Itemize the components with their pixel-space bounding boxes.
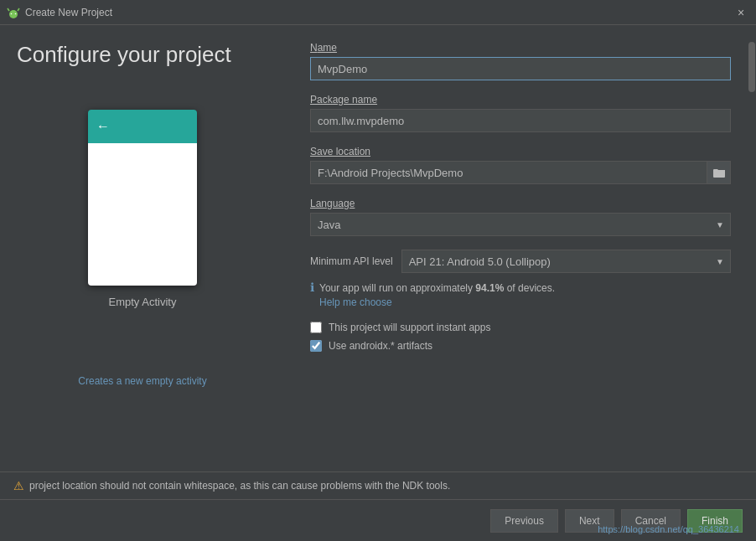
language-select-wrapper: Java Kotlin: [310, 213, 731, 236]
androidx-row: Use androidx.* artifacts: [310, 340, 731, 352]
warning-icon: ⚠: [13, 479, 24, 492]
name-label: Name: [310, 42, 731, 54]
svg-line-1: [8, 8, 9, 11]
save-location-label: Save location: [310, 146, 731, 157]
activity-label: Empty Activity: [109, 296, 177, 308]
info-text-after: of devices.: [504, 282, 555, 294]
watermark: https://blog.csdn.net/qq_36436214: [598, 524, 739, 534]
warning-bar: ⚠ project location should not contain wh…: [0, 471, 756, 499]
close-button[interactable]: ×: [733, 4, 749, 21]
package-label: Package name: [310, 94, 731, 106]
min-api-select[interactable]: API 21: Android 5.0 (Lollipop) API 16: A…: [401, 250, 731, 273]
package-group: Package name: [310, 94, 731, 132]
package-input[interactable]: [310, 109, 731, 132]
language-select[interactable]: Java Kotlin: [310, 213, 731, 236]
scrollbar-track[interactable]: [748, 25, 756, 541]
warning-text: project location should not contain whit…: [29, 480, 450, 492]
phone-header: ←: [88, 110, 197, 143]
scrollbar-thumb[interactable]: [748, 42, 755, 92]
api-info-text: Your app will run on approximately 94.1%…: [319, 280, 555, 308]
api-select-wrapper: API 21: Android 5.0 (Lollipop) API 16: A…: [401, 250, 731, 273]
previous-button[interactable]: Previous: [490, 509, 558, 533]
info-percentage: 94.1%: [475, 282, 504, 294]
info-text-before: Your app will run on approximately: [319, 282, 475, 294]
phone-preview: ←: [88, 110, 197, 286]
page-title: Configure your project: [17, 42, 231, 68]
save-location-input[interactable]: [310, 161, 707, 184]
title-bar: Create New Project ×: [0, 0, 756, 25]
help-me-choose-link[interactable]: Help me choose: [319, 296, 555, 308]
left-panel: Configure your project ← Empty Activity …: [0, 25, 285, 541]
svg-rect-5: [713, 170, 725, 178]
min-api-label: Minimum API level: [310, 255, 393, 267]
info-icon: ℹ: [310, 281, 314, 294]
svg-point-0: [9, 10, 18, 18]
language-group: Language Java Kotlin: [310, 198, 731, 236]
instant-app-checkbox[interactable]: [310, 322, 322, 333]
svg-point-3: [11, 13, 13, 14]
phone-body: [88, 143, 197, 286]
folder-browse-button[interactable]: [707, 161, 731, 184]
api-info-row: ℹ Your app will run on approximately 94.…: [310, 280, 731, 308]
button-bar: Previous Next Cancel Finish https://blog…: [0, 499, 756, 541]
description-label: Creates a new empty activity: [78, 375, 206, 387]
instant-app-label[interactable]: This project will support instant apps: [329, 322, 490, 333]
use-androidx-label[interactable]: Use androidx.* artifacts: [329, 340, 432, 352]
language-label: Language: [310, 198, 731, 209]
api-row: Minimum API level API 21: Android 5.0 (L…: [310, 250, 731, 273]
instant-app-row: This project will support instant apps: [310, 322, 731, 333]
name-input[interactable]: [310, 57, 731, 80]
name-group: Name: [310, 42, 731, 80]
app-icon: [7, 6, 20, 19]
save-location-group: Save location: [310, 146, 731, 184]
api-level-group: Minimum API level API 21: Android 5.0 (L…: [310, 250, 731, 308]
svg-line-2: [18, 8, 19, 11]
save-location-input-wrapper: [310, 161, 731, 184]
svg-point-4: [15, 13, 17, 14]
back-arrow-icon: ←: [96, 119, 110, 134]
use-androidx-checkbox[interactable]: [310, 340, 322, 352]
right-panel: Name Package name Save location: [285, 25, 756, 541]
title-bar-text: Create New Project: [25, 7, 112, 18]
